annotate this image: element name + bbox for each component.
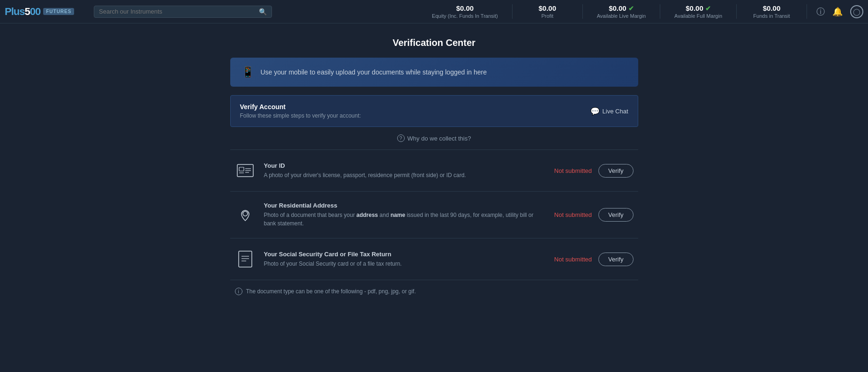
address-icon (235, 205, 256, 225)
notifications-icon[interactable]: 🔔 (832, 7, 843, 17)
stat-profit: $0.00 Profit (513, 4, 583, 19)
svg-rect-7 (239, 251, 252, 267)
svg-rect-1 (239, 167, 244, 171)
mobile-icon: 📱 (242, 66, 254, 78)
verification-list: Your ID A photo of your driver's license… (230, 149, 638, 280)
stat-live-margin-label: Available Live Margin (597, 13, 646, 19)
stat-live-margin-value: $0.00 ✔ (609, 4, 634, 12)
header-stats: $0.00 Equity (Inc. Funds In Transit) $0.… (418, 4, 863, 19)
id-card-icon (235, 160, 256, 181)
full-margin-check-icon: ✔ (705, 5, 711, 12)
why-collect-text: Why do we collect this? (408, 135, 471, 142)
id-item-content: Your ID A photo of your driver's license… (264, 162, 546, 179)
ssn-item-title: Your Social Security Card or File Tax Re… (264, 251, 546, 258)
stat-full-margin: $0.00 ✔ Available Full Margin (660, 4, 737, 19)
address-verify-button[interactable]: Verify (598, 208, 634, 222)
info-icon[interactable]: ⓘ (816, 6, 825, 17)
address-not-submitted: Not submitted (554, 211, 592, 218)
stat-funds-transit-label: Funds in Transit (753, 13, 790, 19)
futures-badge: FUTURES (43, 8, 74, 15)
address-item-title: Your Residential Address (264, 202, 546, 209)
mobile-banner: 📱 Use your mobile to easily upload your … (230, 58, 638, 87)
header: Plus500 FUTURES 🔍 $0.00 Equity (Inc. Fun… (0, 0, 868, 23)
logo-area: Plus500 FUTURES (5, 6, 89, 18)
id-item-desc: A photo of your driver's license, passpo… (264, 171, 546, 179)
stat-equity-label: Equity (Inc. Funds In Transit) (432, 13, 498, 19)
logo: Plus500 (5, 6, 40, 18)
live-chat-label: Live Chat (603, 108, 628, 115)
chat-icon: 💬 (590, 107, 600, 116)
verify-account-subtitle: Follow these simple steps to verify your… (240, 112, 361, 119)
why-collect[interactable]: ? Why do we collect this? (230, 134, 638, 142)
ssn-item-desc: Photo of your Social Security card or of… (264, 260, 546, 268)
stat-full-margin-value: $0.00 ✔ (686, 4, 711, 12)
address-item-actions: Not submitted Verify (554, 208, 634, 222)
address-item-desc: Photo of a document that bears your addr… (264, 211, 546, 228)
info-circle-icon: i (235, 288, 242, 295)
verify-account-left: Verify Account Follow these simple steps… (240, 103, 361, 119)
ssn-verify-button[interactable]: Verify (598, 253, 634, 266)
doc-type-note: i The document type can be one of the fo… (230, 280, 638, 303)
id-item-title: Your ID (264, 162, 546, 169)
ssn-item-content: Your Social Security Card or File Tax Re… (264, 251, 546, 268)
ssn-item-actions: Not submitted Verify (554, 253, 634, 266)
search-input[interactable] (99, 8, 256, 15)
verify-account-box: Verify Account Follow these simple steps… (230, 95, 638, 127)
live-chat-button[interactable]: 💬 Live Chat (590, 107, 628, 116)
question-icon: ? (397, 134, 405, 142)
avatar[interactable]: ◯ (850, 5, 863, 18)
header-icons: ⓘ 🔔 ◯ (807, 5, 863, 18)
doc-type-text: The document type can be one of the foll… (246, 288, 416, 295)
stat-full-margin-label: Available Full Margin (674, 13, 722, 19)
search-area[interactable]: 🔍 (94, 6, 272, 18)
stat-profit-label: Profit (541, 13, 553, 19)
search-icon: 🔍 (259, 8, 267, 15)
id-verify-button[interactable]: Verify (598, 164, 634, 178)
main-content: Verification Center 📱 Use your mobile to… (230, 23, 638, 317)
stat-live-margin: $0.00 ✔ Available Live Margin (583, 4, 660, 19)
page-title: Verification Center (230, 37, 638, 48)
verification-item-address: Your Residential Address Photo of a docu… (230, 192, 638, 238)
id-not-submitted: Not submitted (554, 167, 592, 174)
live-margin-check-icon: ✔ (628, 5, 634, 12)
verify-account-title: Verify Account (240, 103, 361, 111)
svg-point-6 (243, 211, 248, 216)
document-icon (235, 249, 256, 269)
verification-item-ssn: Your Social Security Card or File Tax Re… (230, 238, 638, 280)
id-item-actions: Not submitted Verify (554, 164, 634, 178)
stat-funds-transit-value: $0.00 (763, 4, 781, 12)
address-item-content: Your Residential Address Photo of a docu… (264, 202, 546, 228)
ssn-not-submitted: Not submitted (554, 256, 592, 263)
stat-funds-transit: $0.00 Funds in Transit (737, 4, 807, 19)
stat-equity: $0.00 Equity (Inc. Funds In Transit) (418, 4, 513, 19)
stat-equity-value: $0.00 (456, 4, 474, 12)
stat-profit-value: $0.00 (538, 4, 556, 12)
mobile-banner-text: Use your mobile to easily upload your do… (261, 68, 487, 76)
verification-item-id: Your ID A photo of your driver's license… (230, 150, 638, 192)
